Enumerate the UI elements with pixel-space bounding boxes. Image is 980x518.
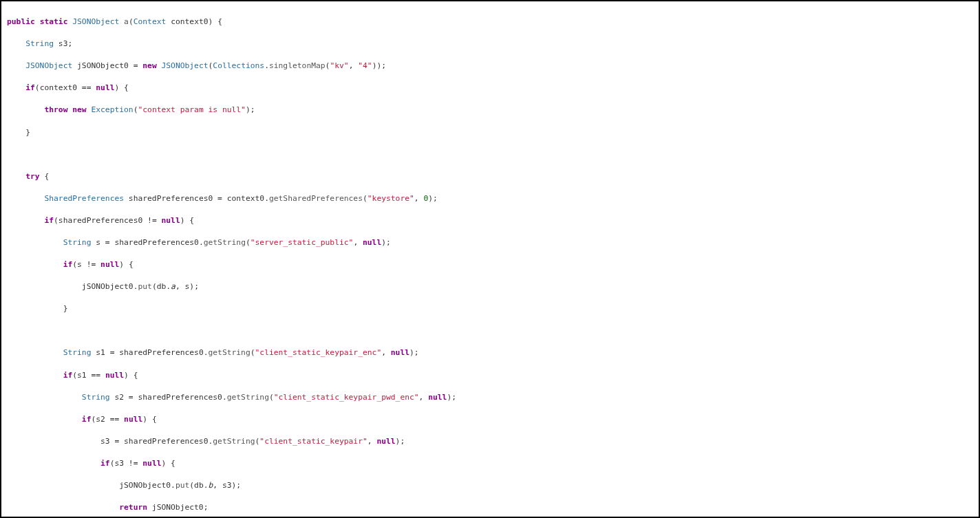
code-line: public static JSONObject a(Context conte… <box>7 17 973 28</box>
code-line: String s = sharedPreferences0.getString(… <box>7 237 973 248</box>
code-line: jSONObject0.put(db.b, s3); <box>7 480 973 491</box>
keyword: public <box>7 17 35 26</box>
identifier: context0 <box>171 17 208 26</box>
code-line: if(s3 != null) { <box>7 458 973 469</box>
code-line: return jSONObject0; <box>7 502 973 513</box>
code-line: JSONObject jSONObject0 = new JSONObject(… <box>7 61 973 72</box>
code-line: if(s2 == null) { <box>7 414 973 425</box>
function-name: a <box>124 17 129 26</box>
code-line: if(s1 == null) { <box>7 370 973 381</box>
code-line: String s1 = sharedPreferences0.getString… <box>7 347 973 358</box>
code-line: SharedPreferences sharedPreferences0 = c… <box>7 193 973 204</box>
code-line: String s2 = sharedPreferences0.getString… <box>7 392 973 403</box>
code-line <box>7 325 973 336</box>
code-line <box>7 149 973 160</box>
code-line: if(context0 == null) { <box>7 83 973 94</box>
code-line: String s3; <box>7 39 973 50</box>
type: JSONObject <box>72 17 119 26</box>
code-viewer: public static JSONObject a(Context conte… <box>0 0 980 518</box>
code-line: throw new Exception("context param is nu… <box>7 105 973 116</box>
code-line: jSONObject0.put(db.a, s); <box>7 281 973 292</box>
type: String <box>25 39 54 48</box>
code-line: if(sharedPreferences0 != null) { <box>7 215 973 226</box>
type: Context <box>134 17 167 26</box>
code-line: } <box>7 127 973 138</box>
keyword: static <box>40 17 68 26</box>
code-line: } <box>7 303 973 314</box>
code-line: s3 = sharedPreferences0.getString("clien… <box>7 436 973 447</box>
code-line: try { <box>7 171 973 182</box>
code-line: if(s != null) { <box>7 259 973 270</box>
